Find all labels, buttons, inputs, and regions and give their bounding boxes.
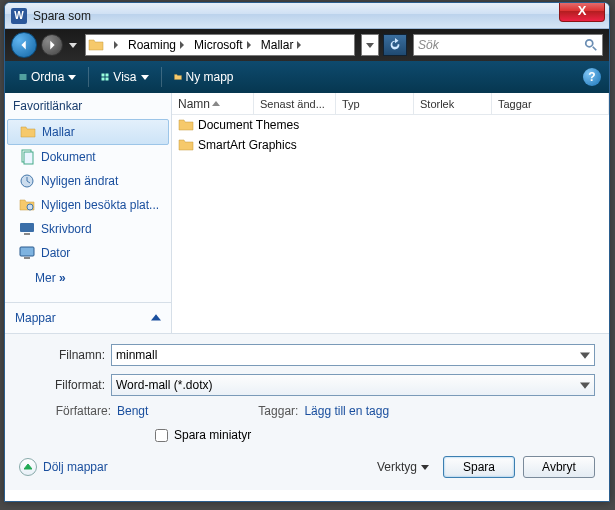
format-select[interactable]: Word-mall (*.dotx) — [111, 374, 595, 396]
col-modified[interactable]: Senast änd... — [254, 93, 336, 114]
chevron-up-icon — [24, 463, 32, 471]
organize-icon — [19, 73, 27, 81]
sort-asc-icon — [212, 100, 220, 108]
toolbar: Ordna Visa Ny mapp ? — [5, 61, 609, 93]
search-icon — [584, 38, 598, 52]
column-headers: Namn Senast änd... Typ Storlek Taggar — [172, 93, 609, 115]
new-folder-button[interactable]: Ny mapp — [168, 67, 240, 87]
chevron-down-icon — [68, 73, 76, 81]
address-dropdown[interactable] — [361, 34, 379, 56]
save-button[interactable]: Spara — [443, 456, 515, 478]
breadcrumb-seg-0[interactable]: Roaming — [124, 35, 190, 55]
col-type[interactable]: Typ — [336, 93, 414, 114]
main-area: Favoritlänkar Mallar Dokument Nyligen än… — [5, 93, 609, 333]
views-button[interactable]: Visa — [95, 67, 154, 87]
sidebar-item-recent[interactable]: Nyligen ändrat — [5, 169, 171, 193]
sidebar-heading: Favoritlänkar — [5, 93, 171, 119]
organize-button[interactable]: Ordna — [13, 67, 82, 87]
svg-rect-5 — [106, 74, 109, 77]
svg-rect-13 — [24, 233, 30, 235]
window-title: Spara som — [33, 9, 91, 23]
sidebar-more[interactable]: Mer » — [5, 265, 171, 291]
nav-row: Roaming Microsoft Mallar Sök — [5, 29, 609, 61]
nav-history-dropdown[interactable] — [67, 34, 79, 56]
refresh-button[interactable] — [383, 34, 407, 56]
hide-folders-button[interactable]: Dölj mappar — [19, 458, 108, 476]
back-button[interactable] — [11, 32, 37, 58]
sidebar-item-desktop[interactable]: Skrivbord — [5, 217, 171, 241]
svg-rect-9 — [24, 152, 33, 164]
titlebar: W Spara som X — [5, 3, 609, 29]
breadcrumb-seg-1[interactable]: Microsoft — [190, 35, 257, 55]
close-button[interactable]: X — [559, 2, 605, 22]
save-as-dialog: W Spara som X Roaming Microsoft Mallar S… — [4, 2, 610, 502]
folder-icon — [178, 137, 194, 153]
col-name[interactable]: Namn — [172, 93, 254, 114]
new-folder-icon — [174, 73, 182, 81]
filename-label: Filnamn: — [19, 348, 111, 362]
search-placeholder: Sök — [418, 38, 439, 52]
breadcrumb-seg-2[interactable]: Mallar — [257, 35, 308, 55]
documents-icon — [19, 149, 35, 165]
sidebar-item-recent-places[interactable]: Nyligen besökta plat... — [5, 193, 171, 217]
svg-rect-14 — [20, 247, 34, 256]
breadcrumb-chevron[interactable] — [106, 35, 124, 55]
chevron-down-icon[interactable] — [580, 380, 590, 390]
svg-rect-12 — [20, 223, 34, 232]
sidebar-item-documents[interactable]: Dokument — [5, 145, 171, 169]
footer: Dölj mappar Verktyg Spara Avbryt — [19, 456, 595, 478]
sidebar-folders-toggle[interactable]: Mappar — [5, 302, 171, 333]
svg-rect-2 — [20, 77, 27, 78]
chevron-down-icon — [141, 73, 149, 81]
file-name: Document Themes — [198, 118, 299, 132]
format-label: Filformat: — [19, 378, 111, 392]
folder-icon — [178, 117, 194, 133]
forward-button[interactable] — [41, 34, 63, 56]
help-button[interactable]: ? — [583, 68, 601, 86]
save-thumbnail-label: Spara miniatyr — [174, 428, 251, 442]
desktop-icon — [19, 221, 35, 237]
author-label: Författare: — [19, 404, 111, 418]
toolbar-separator — [161, 67, 162, 87]
svg-point-11 — [27, 204, 33, 210]
recent-icon — [19, 173, 35, 189]
col-size[interactable]: Storlek — [414, 93, 492, 114]
chevron-up-icon — [151, 313, 161, 323]
cancel-button[interactable]: Avbryt — [523, 456, 595, 478]
toolbar-separator — [88, 67, 89, 87]
file-row[interactable]: SmartArt Graphics — [172, 135, 609, 155]
folder-icon — [88, 37, 104, 53]
file-name: SmartArt Graphics — [198, 138, 297, 152]
bottom-panel: Filnamn: minmall Filformat: Word-mall (*… — [5, 333, 609, 490]
svg-rect-4 — [102, 74, 105, 77]
file-pane: Namn Senast änd... Typ Storlek Taggar Do… — [172, 93, 609, 333]
address-bar[interactable]: Roaming Microsoft Mallar — [85, 34, 355, 56]
tools-button[interactable]: Verktyg — [371, 457, 435, 477]
author-value[interactable]: Bengt — [117, 404, 148, 418]
sidebar-item-computer[interactable]: Dator — [5, 241, 171, 265]
svg-rect-1 — [20, 75, 27, 76]
sidebar-item-templates[interactable]: Mallar — [7, 119, 169, 145]
computer-icon — [19, 245, 35, 261]
file-row[interactable]: Document Themes — [172, 115, 609, 135]
svg-point-0 — [586, 40, 593, 47]
tags-label: Taggar: — [258, 404, 298, 418]
recent-places-icon — [19, 197, 35, 213]
col-tags[interactable]: Taggar — [492, 93, 609, 114]
svg-rect-15 — [24, 257, 30, 259]
views-icon — [101, 73, 109, 81]
chevron-down-icon — [421, 463, 429, 471]
chevron-down-icon[interactable] — [580, 350, 590, 360]
sidebar: Favoritlänkar Mallar Dokument Nyligen än… — [5, 93, 172, 333]
save-thumbnail-checkbox[interactable] — [155, 429, 168, 442]
tags-value[interactable]: Lägg till en tagg — [304, 404, 389, 418]
svg-rect-3 — [20, 79, 27, 80]
svg-rect-7 — [106, 78, 109, 81]
word-app-icon: W — [11, 8, 27, 24]
svg-rect-6 — [102, 78, 105, 81]
filename-input[interactable]: minmall — [111, 344, 595, 366]
folder-icon — [20, 124, 36, 140]
search-input[interactable]: Sök — [413, 34, 603, 56]
